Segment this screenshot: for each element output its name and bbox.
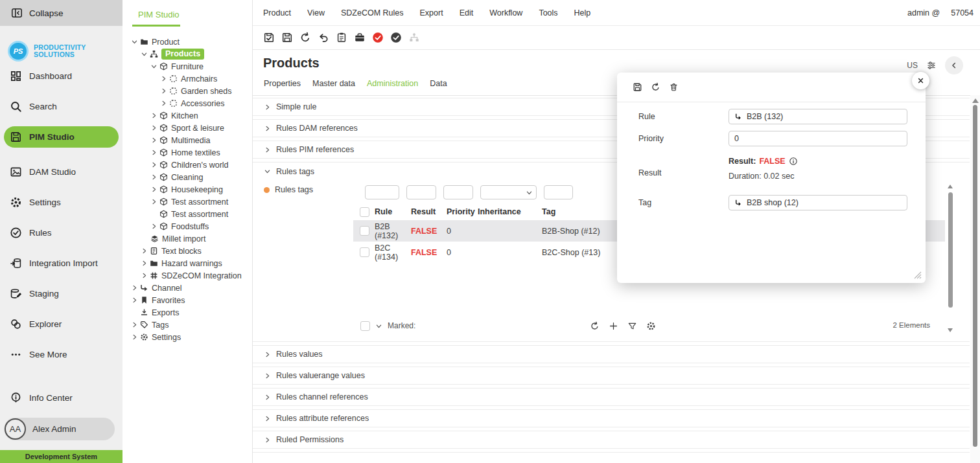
sliders-icon[interactable] (926, 60, 937, 71)
tree-node-home-textiles[interactable]: Home textiles (122, 146, 252, 159)
sidebar-item-pim-studio[interactable]: PIM Studio (0, 126, 122, 157)
collapse-panel-button[interactable] (945, 56, 963, 74)
accordion-ruled-permissions[interactable]: Ruled Permissions (253, 431, 970, 449)
tree-node-childrens-world[interactable]: Children's world (122, 159, 252, 171)
collapse-button[interactable]: Collapse (0, 0, 122, 26)
chevron-right-icon[interactable] (160, 87, 167, 95)
chevron-down-icon[interactable] (375, 322, 382, 330)
chevron-right-icon[interactable] (131, 333, 138, 341)
red-check-circle-icon[interactable] (372, 32, 384, 43)
chevron-right-icon[interactable] (150, 186, 158, 193)
tree-panel-tab[interactable]: PIM Studio (138, 10, 180, 19)
sidebar-item-see-more[interactable]: See More (0, 339, 122, 370)
chevron-right-icon[interactable] (150, 112, 158, 119)
list-scrollbar[interactable] (946, 181, 955, 339)
priority-field[interactable]: 0 (729, 131, 907, 146)
tree-node-armchairs[interactable]: Armchairs (122, 73, 252, 85)
column-result[interactable]: Result (411, 207, 447, 216)
scroll-up-arrow[interactable] (948, 185, 953, 188)
sidebar-item-dam-studio[interactable]: DAM Studio (0, 157, 122, 187)
chevron-right-icon[interactable] (150, 174, 158, 181)
marked-checkbox[interactable] (360, 321, 370, 331)
delete-icon[interactable] (669, 82, 679, 92)
column-priority[interactable]: Priority (447, 207, 478, 216)
reload-icon[interactable] (299, 32, 311, 43)
chevron-right-icon[interactable] (150, 161, 158, 168)
chevron-right-icon[interactable] (131, 297, 138, 304)
chevron-right-icon[interactable] (141, 272, 148, 279)
tab-administration[interactable]: Administration (367, 79, 418, 95)
scroll-down-arrow[interactable] (948, 328, 953, 332)
tree-node-millet-import[interactable]: Millet import (122, 232, 252, 245)
select-all-checkbox[interactable] (360, 207, 369, 217)
gear-icon[interactable] (646, 321, 656, 331)
sidebar-item-settings[interactable]: Settings (0, 187, 122, 218)
scrollbar-thumb[interactable] (973, 105, 977, 447)
filter-priority-input[interactable] (443, 185, 473, 199)
column-inheritance[interactable]: Inheritance (478, 207, 542, 216)
reload-icon[interactable] (590, 321, 600, 331)
tree-node-test-assortment-1[interactable]: Test assortment (122, 196, 252, 208)
filter-icon[interactable] (627, 321, 637, 331)
tree-node-furniture[interactable]: Furniture (122, 60, 252, 73)
reload-icon[interactable] (651, 82, 660, 92)
chevron-right-icon[interactable] (160, 100, 167, 107)
chevron-right-icon[interactable] (150, 223, 158, 230)
tab-master-data[interactable]: Master data (312, 79, 355, 95)
locale-label[interactable]: US (907, 61, 918, 70)
menu-sdzecom-rules[interactable]: SDZeCOM Rules (341, 8, 404, 17)
sidebar-item-search[interactable]: Search (0, 91, 122, 122)
undo-icon[interactable] (318, 32, 329, 43)
menu-view[interactable]: View (307, 8, 325, 17)
sidebar-item-staging[interactable]: Staging (0, 278, 122, 309)
save-icon[interactable] (633, 82, 642, 92)
menu-help[interactable]: Help (574, 8, 591, 17)
sidebar-item-info-center[interactable]: Info Center (0, 383, 122, 413)
chevron-right-icon[interactable] (160, 75, 167, 82)
tree-node-multimedia[interactable]: Multimedia (122, 134, 252, 146)
menu-tools[interactable]: Tools (539, 8, 557, 17)
tree-node-hazard-warnings[interactable]: Hazard warnings (122, 257, 252, 269)
scroll-up-arrow[interactable] (972, 98, 979, 103)
tree-node-housekeeping[interactable]: Housekeeping (122, 183, 252, 196)
accordion-rules-channel-references[interactable]: Rules channel references (253, 388, 970, 406)
column-rule[interactable]: Rule (375, 207, 411, 216)
briefcase-icon[interactable] (354, 32, 366, 43)
save-check-icon[interactable] (263, 32, 275, 43)
sidebar-item-explorer[interactable]: Explorer (0, 309, 122, 339)
tree-node-sport-leisure[interactable]: Sport & leisure (122, 122, 252, 134)
tree-node-channel[interactable]: Channel (122, 282, 252, 294)
tree-node-tags[interactable]: Tags (122, 319, 252, 331)
filter-inheritance-select[interactable] (480, 185, 537, 199)
menu-workflow[interactable]: Workflow (489, 8, 522, 17)
row-checkbox[interactable] (360, 226, 369, 236)
tree-node-favorites[interactable]: Favorites (122, 294, 252, 306)
user-menu[interactable]: AA Alex Admin (4, 418, 115, 440)
chevron-right-icon[interactable] (141, 260, 148, 267)
tree-node-accessories[interactable]: Accessories (122, 97, 252, 109)
chevron-right-icon[interactable] (150, 124, 158, 131)
filter-tag-input[interactable] (544, 185, 573, 199)
chevron-down-icon[interactable] (141, 51, 148, 58)
info-circle-icon[interactable] (789, 157, 798, 166)
tree-node-sdzecom-integration[interactable]: SDZeCOM Integration (122, 269, 252, 282)
accordion-rules-attribute-references[interactable]: Rules attribute references (253, 409, 970, 427)
menu-product[interactable]: Product (263, 8, 291, 17)
chevron-right-icon[interactable] (131, 321, 138, 328)
tree-node-test-assortment-2[interactable]: Test assortment (122, 208, 252, 220)
tree-node-product[interactable]: Product (122, 36, 252, 48)
add-icon[interactable] (609, 321, 618, 331)
tree-node-settings[interactable]: Settings (122, 331, 252, 343)
tree-node-cleaning[interactable]: Cleaning (122, 171, 252, 183)
tree-node-garden-sheds[interactable]: Garden sheds (122, 85, 252, 97)
sidebar-item-dashboard[interactable]: Dashboard (0, 61, 122, 91)
tree-node-products[interactable]: Products (122, 48, 252, 60)
dark-check-circle-icon[interactable] (390, 32, 402, 43)
paste-icon[interactable] (336, 32, 347, 43)
page-scrollbar[interactable] (970, 95, 980, 463)
resize-handle[interactable] (914, 271, 922, 279)
filter-rule-input[interactable] (365, 185, 399, 199)
tab-properties[interactable]: Properties (264, 79, 301, 95)
chevron-down-icon[interactable] (131, 38, 138, 45)
accordion-rules-valuerange-values[interactable]: Rules valuerange values (253, 367, 970, 385)
